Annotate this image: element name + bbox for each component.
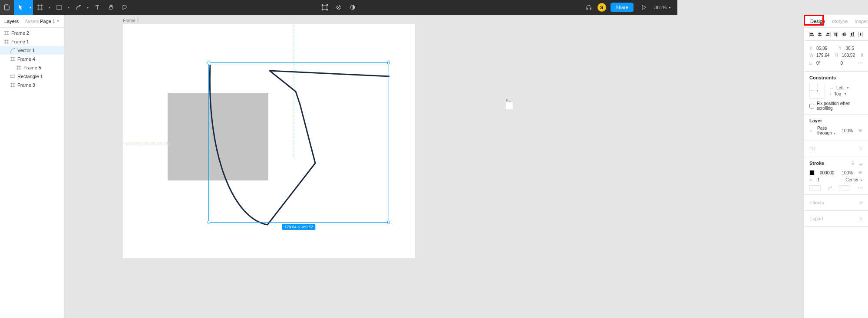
svg-rect-2 <box>322 4 323 6</box>
mask-button[interactable] <box>346 0 360 15</box>
layer-row[interactable]: Frame 2 <box>0 29 64 37</box>
tab-assets[interactable]: Assets <box>25 19 39 24</box>
present-button[interactable] <box>638 0 650 15</box>
svg-rect-4 <box>322 9 323 10</box>
svg-point-7 <box>10 52 11 52</box>
svg-rect-5 <box>327 9 328 10</box>
frame-tool-caret[interactable]: ▼ <box>47 0 52 15</box>
layer-row[interactable]: Frame 3 <box>0 81 64 89</box>
canvas[interactable]: Frame 1 179.64 × 160.52 F... <box>64 15 677 249</box>
svg-rect-9 <box>11 75 14 78</box>
main-menu-button[interactable] <box>0 0 14 15</box>
shape-tool-caret[interactable]: ▼ <box>66 0 71 15</box>
frame-icon <box>10 83 16 87</box>
frame-2[interactable] <box>506 102 513 109</box>
share-button[interactable]: Share <box>611 3 634 12</box>
selection-handle-tl[interactable] <box>208 62 210 64</box>
pen-tool-caret[interactable]: ▼ <box>85 0 90 15</box>
hand-tool[interactable] <box>104 0 118 15</box>
frame-tool-group[interactable]: ▼ <box>33 0 52 15</box>
layer-name: Frame 5 <box>23 65 41 70</box>
chevron-down-icon: ▼ <box>56 20 59 23</box>
toolbar: ▼ ▼ ▼ ▼ <box>0 0 677 15</box>
layer-name: Frame 2 <box>11 30 29 36</box>
tab-layers[interactable]: Layers <box>4 19 19 24</box>
layer-name: Frame 4 <box>17 56 35 62</box>
frame-icon <box>3 31 10 35</box>
left-panel: Layers Assets Page 1▼ Frame 2Frame 1Vect… <box>0 15 64 249</box>
headphones-icon[interactable] <box>582 0 596 15</box>
create-component-button[interactable] <box>332 0 346 15</box>
frame-icon <box>3 39 10 44</box>
pen-tool-group[interactable]: ▼ <box>71 0 90 15</box>
layer-name: Rectangle 1 <box>17 74 43 79</box>
avatar[interactable]: S <box>597 3 606 12</box>
svg-rect-3 <box>327 4 328 6</box>
layer-row[interactable]: Frame 4 <box>0 55 64 63</box>
chevron-down-icon: ▼ <box>668 6 671 9</box>
layer-list: Frame 2Frame 1Vector 1Frame 4Frame 5Rect… <box>0 28 64 89</box>
shape-tool[interactable] <box>52 0 66 15</box>
page-selector-label: Page 1 <box>40 19 55 24</box>
selection-handle-tr[interactable] <box>387 62 390 64</box>
layer-name: Frame 3 <box>17 82 35 88</box>
comment-tool[interactable] <box>118 0 132 15</box>
layer-row[interactable]: Rectangle 1 <box>0 72 64 81</box>
left-panel-tabs: Layers Assets Page 1▼ <box>0 15 64 28</box>
toolbar-right: S Share 381%▼ <box>582 0 677 15</box>
page-selector[interactable]: Page 1▼ <box>40 19 59 24</box>
svg-rect-0 <box>57 5 61 10</box>
layer-row[interactable]: Frame 5 <box>0 63 64 72</box>
toolbar-center <box>318 0 360 15</box>
frame-label[interactable]: Frame 1 <box>123 18 139 23</box>
layer-row[interactable]: Frame 1 <box>0 37 64 46</box>
frame-icon <box>16 66 22 70</box>
selection-handle-br[interactable] <box>387 221 390 223</box>
zoom-value: 381% <box>654 5 667 10</box>
svg-rect-1 <box>323 5 327 10</box>
shape-tool-group[interactable]: ▼ <box>52 0 71 15</box>
frame-2-label[interactable]: F... <box>506 98 511 102</box>
selection-box: 179.64 × 160.52 <box>208 62 389 223</box>
layer-name: Vector 1 <box>17 48 35 53</box>
dimensions-badge: 179.64 × 160.52 <box>282 224 315 230</box>
pen-tool[interactable] <box>71 0 85 15</box>
move-tool-group[interactable]: ▼ <box>14 0 33 15</box>
move-tool-caret[interactable]: ▼ <box>28 0 33 15</box>
move-tool[interactable] <box>14 0 28 15</box>
layer-row[interactable]: Vector 1 <box>0 46 64 55</box>
zoom-level[interactable]: 381%▼ <box>652 5 674 10</box>
layer-name: Frame 1 <box>11 39 29 44</box>
frame-tool[interactable] <box>33 0 47 15</box>
rect-icon <box>10 74 16 79</box>
selection-handle-bl[interactable] <box>208 221 210 223</box>
frame-icon <box>10 57 16 61</box>
svg-point-8 <box>14 48 15 49</box>
edit-object-button[interactable] <box>318 0 332 15</box>
vector-icon <box>10 48 16 52</box>
text-tool[interactable] <box>90 0 104 15</box>
toolbar-left: ▼ ▼ ▼ ▼ <box>0 0 132 15</box>
